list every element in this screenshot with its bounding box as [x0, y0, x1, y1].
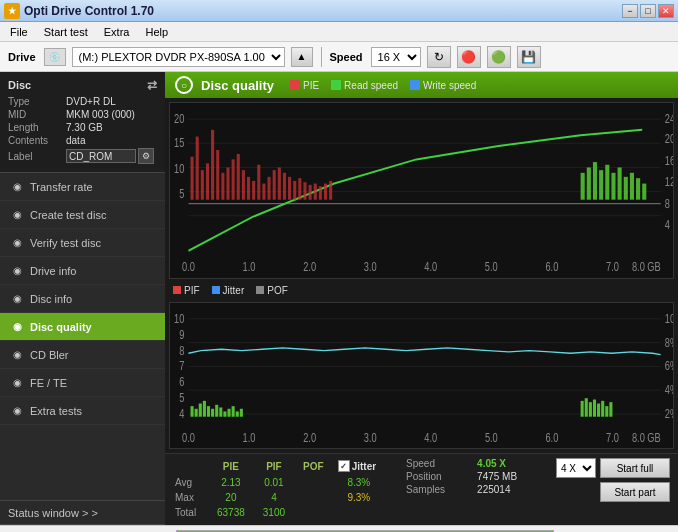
svg-rect-24: [226, 167, 229, 199]
length-value: 7.30 GB: [66, 122, 103, 133]
bottom-chart-svg: 10 9 8 7 6 5 4 10% 8% 6% 4% 2%: [170, 303, 673, 448]
settings-button[interactable]: 🔴: [457, 46, 481, 68]
statusbar: Test completed 100.0% 24:51: [0, 525, 678, 532]
start-full-button[interactable]: Start full: [600, 458, 670, 478]
svg-rect-21: [211, 130, 214, 200]
status-window-label: Status window > >: [8, 507, 98, 519]
svg-rect-91: [223, 411, 226, 416]
svg-text:1.0: 1.0: [243, 430, 256, 443]
jitter-checkbox-row: ✓ Jitter: [338, 460, 376, 472]
type-key: Type: [8, 96, 66, 107]
svg-rect-99: [593, 399, 596, 416]
sidebar-item-fe-te[interactable]: ◉ FE / TE: [0, 369, 165, 397]
sidebar-item-drive-info[interactable]: ◉ Drive info: [0, 257, 165, 285]
svg-rect-49: [605, 165, 609, 200]
svg-rect-83: [191, 406, 194, 417]
contents-value: data: [66, 135, 85, 146]
main-area: Disc ⇄ Type DVD+R DL MID MKM 003 (000) L…: [0, 72, 678, 525]
start-part-button[interactable]: Start part: [600, 482, 670, 502]
svg-rect-17: [191, 157, 194, 200]
transfer-rate-label: Transfer rate: [30, 181, 93, 193]
svg-text:1.0: 1.0: [243, 260, 256, 273]
max-jitter: 9.3%: [334, 491, 384, 504]
quality-circle-icon: ○: [175, 76, 193, 94]
svg-rect-94: [236, 411, 239, 416]
status-window-button[interactable]: Status window > >: [0, 501, 165, 525]
top-chart: 20 15 10 5 24 X 20 X 16 X 12 X 8 X 4 X: [169, 102, 674, 279]
stats-area: PIE PIF POF ✓ Jitter Avg: [165, 453, 678, 525]
svg-rect-103: [609, 402, 612, 417]
pie-color: [290, 80, 300, 90]
speed-select[interactable]: 16 X: [371, 47, 421, 67]
svg-rect-42: [319, 186, 322, 199]
svg-text:7: 7: [179, 359, 184, 372]
refresh-button[interactable]: ↻: [427, 46, 451, 68]
svg-rect-27: [242, 170, 245, 200]
jitter-checkbox[interactable]: ✓: [338, 460, 350, 472]
menu-extra[interactable]: Extra: [98, 24, 136, 40]
svg-text:4.0: 4.0: [424, 430, 437, 443]
svg-rect-48: [599, 170, 603, 200]
maximize-button[interactable]: □: [640, 4, 656, 18]
eject-button[interactable]: ▲: [291, 47, 313, 67]
label-input[interactable]: [66, 149, 136, 163]
total-pie: 63738: [209, 506, 253, 519]
pif-legend-label: PIF: [184, 285, 200, 296]
sidebar: Disc ⇄ Type DVD+R DL MID MKM 003 (000) L…: [0, 72, 165, 525]
minimize-button[interactable]: −: [622, 4, 638, 18]
svg-rect-52: [624, 177, 628, 200]
burn-speed-select[interactable]: 4 X: [556, 458, 596, 478]
drive-select[interactable]: (M:) PLEXTOR DVDR PX-890SA 1.00: [72, 47, 285, 67]
svg-rect-23: [221, 173, 224, 200]
read-speed-color: [331, 80, 341, 90]
jitter-col-header: Jitter: [352, 461, 376, 472]
sidebar-item-verify-test-disc[interactable]: ◉ Verify test disc: [0, 229, 165, 257]
disc-length-row: Length 7.30 GB: [8, 122, 157, 133]
disc-info-icon: ◉: [10, 292, 24, 306]
speed-stats: Speed 4.05 X Position 7475 MB Samples 22…: [406, 458, 517, 495]
svg-text:2.0: 2.0: [303, 430, 316, 443]
svg-rect-50: [611, 173, 615, 200]
sidebar-item-disc-info[interactable]: ◉ Disc info: [0, 285, 165, 313]
close-button[interactable]: ✕: [658, 4, 674, 18]
titlebar: ★ Opti Drive Control 1.70 − □ ✕: [0, 0, 678, 22]
save-button[interactable]: 💾: [517, 46, 541, 68]
drive-info-icon: ◉: [10, 264, 24, 278]
svg-rect-55: [642, 184, 646, 200]
pof-col-header: POF: [295, 460, 332, 474]
total-pif: 3100: [255, 506, 293, 519]
speed-value: 4.05 X: [477, 458, 506, 469]
svg-rect-25: [232, 159, 235, 199]
menu-file[interactable]: File: [4, 24, 34, 40]
svg-rect-89: [215, 404, 218, 416]
bottom-chart: 10 9 8 7 6 5 4 10% 8% 6% 4% 2%: [169, 302, 674, 449]
sidebar-item-create-test-disc[interactable]: ◉ Create test disc: [0, 201, 165, 229]
svg-rect-38: [298, 178, 301, 199]
sidebar-item-transfer-rate[interactable]: ◉ Transfer rate: [0, 173, 165, 201]
sidebar-item-cd-bler[interactable]: ◉ CD Bler: [0, 341, 165, 369]
svg-rect-102: [605, 406, 608, 417]
svg-rect-40: [309, 185, 312, 200]
jitter-legend-label: Jitter: [223, 285, 245, 296]
svg-rect-95: [240, 408, 243, 416]
svg-rect-101: [601, 400, 604, 416]
menu-start-test[interactable]: Start test: [38, 24, 94, 40]
avg-label: Avg: [175, 476, 207, 489]
sidebar-item-disc-quality[interactable]: ◉ Disc quality: [0, 313, 165, 341]
total-jitter: [334, 506, 384, 519]
svg-rect-41: [314, 184, 317, 200]
info-button[interactable]: 🟢: [487, 46, 511, 68]
sidebar-item-extra-tests[interactable]: ◉ Extra tests: [0, 397, 165, 425]
svg-text:5: 5: [179, 391, 184, 404]
action-buttons: 4 X Start full Start part: [556, 458, 670, 502]
menu-help[interactable]: Help: [139, 24, 174, 40]
max-pof: [295, 491, 332, 504]
disc-refresh-icon[interactable]: ⇄: [147, 78, 157, 92]
pif-col-header: PIF: [255, 460, 293, 474]
top-chart-svg: 20 15 10 5 24 X 20 X 16 X 12 X 8 X 4 X: [170, 103, 673, 278]
label-settings-icon[interactable]: ⚙: [138, 148, 154, 164]
quality-legend: PIE Read speed Write speed: [290, 80, 476, 91]
disc-type-row: Type DVD+R DL: [8, 96, 157, 107]
svg-text:4: 4: [179, 406, 184, 419]
svg-text:10: 10: [174, 311, 184, 324]
